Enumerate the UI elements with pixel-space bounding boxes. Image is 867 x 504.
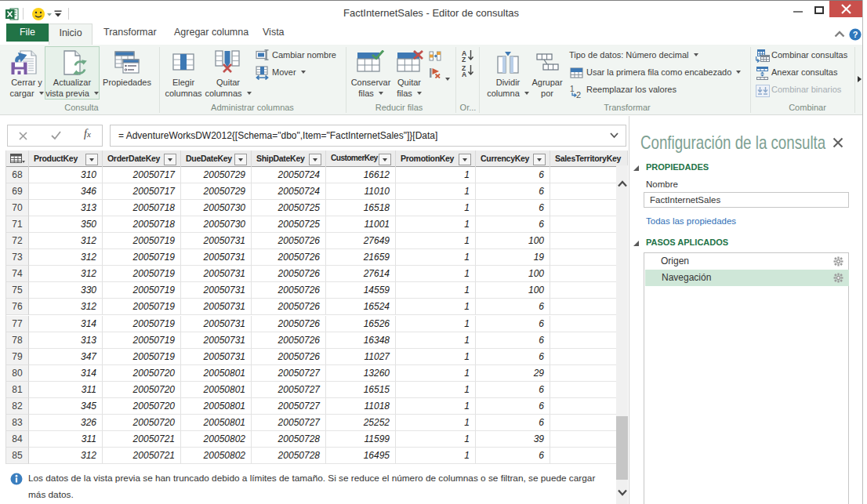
svg-text:2: 2: [576, 90, 581, 99]
svg-text:?: ?: [853, 30, 858, 39]
svg-text:Z: Z: [462, 56, 466, 62]
svg-text:A: A: [462, 71, 466, 77]
svg-text:1: 1: [570, 85, 575, 93]
